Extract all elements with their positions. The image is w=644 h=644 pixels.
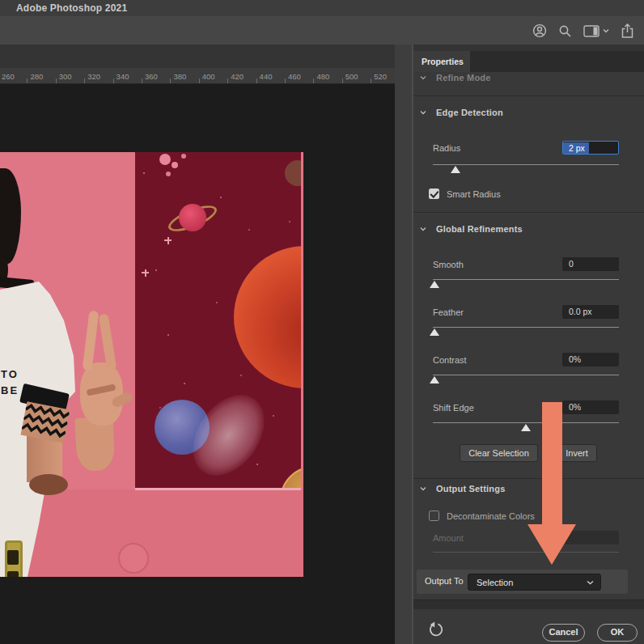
ruler-tick-mark [142, 78, 142, 83]
radius-value-field[interactable]: 2 px [562, 141, 619, 155]
radius-slider-thumb[interactable] [451, 166, 460, 173]
ruler-tick-label: 500 [345, 72, 358, 81]
ruler-tick-mark [84, 78, 85, 83]
output-to-row: Output To Selection [417, 570, 628, 594]
section-refine-mode[interactable]: Refine Mode [420, 73, 491, 83]
smart-radius-checkbox[interactable] [429, 189, 439, 199]
smooth-slider-track[interactable] [433, 279, 619, 280]
title-bar: Adobe Photoshop 2021 [0, 0, 644, 16]
chevron-down-icon [603, 28, 609, 33]
ruler-tick-label: 340 [117, 72, 129, 81]
panel-gutter [395, 44, 413, 644]
smooth-label: Smooth [433, 260, 464, 269]
chevron-down-icon [420, 74, 426, 81]
invert-button[interactable]: Invert [557, 444, 597, 462]
poster-gold-planet [280, 466, 301, 489]
ruler-tick-label: 460 [288, 72, 301, 81]
section-label: Refine Mode [436, 73, 491, 83]
section-label: Edge Detection [436, 108, 503, 117]
poster-star-cluster [166, 172, 171, 176]
poster-sparkle [164, 239, 172, 241]
poster-bottom-edge [135, 488, 301, 490]
ruler-tick-mark [27, 78, 28, 83]
radius-label: Radius [433, 143, 460, 153]
reset-icon[interactable] [427, 621, 444, 642]
ok-button[interactable]: OK [597, 624, 638, 642]
ruler-tick-mark [170, 78, 171, 83]
workspace-switcher-icon[interactable] [583, 25, 609, 37]
annotation-arrow-head [527, 524, 576, 565]
top-toolbar-icons [532, 22, 634, 40]
contrast-label: Contrast [433, 355, 467, 365]
contrast-slider-thumb[interactable] [430, 376, 439, 383]
clear-selection-button[interactable]: Clear Selection [460, 444, 538, 462]
shirt-graphic-detail [7, 550, 19, 565]
ruler-tick-label: 360 [145, 72, 158, 81]
section-edge-detection[interactable]: Edge Detection [420, 108, 503, 117]
ruler-tick-mark [256, 78, 257, 83]
smooth-value-field[interactable]: 0 [562, 257, 619, 271]
panel-tab-strip: Properties [413, 51, 644, 72]
section-label: Output Settings [436, 484, 506, 494]
share-icon[interactable] [621, 23, 634, 39]
radius-slider-track[interactable] [433, 164, 619, 165]
feather-slider-thumb[interactable] [430, 328, 439, 336]
space-poster [135, 152, 301, 489]
divider [413, 212, 644, 213]
shift-edge-slider-track[interactable] [433, 422, 619, 423]
photo-image: TO BE [0, 152, 303, 577]
app-title: Adobe Photoshop 2021 [16, 2, 127, 14]
section-global-refinements[interactable]: Global Refinements [420, 224, 523, 234]
shift-edge-slider-thumb[interactable] [521, 424, 531, 431]
account-icon[interactable] [532, 23, 547, 38]
ruler-tick-label: 280 [30, 72, 43, 81]
tab-properties[interactable]: Properties [413, 51, 470, 72]
output-to-label: Output To [425, 576, 464, 586]
poster-saturn-planet [179, 204, 206, 231]
person-hair [0, 168, 21, 264]
ruler-tick-mark [227, 78, 228, 83]
decontaminate-colors-checkbox[interactable] [429, 511, 439, 521]
annotation-arrow-shaft [542, 402, 562, 525]
poster-sparkle [142, 272, 149, 273]
contrast-value-field[interactable]: 0% [562, 353, 619, 366]
poster-small-planet [285, 160, 301, 186]
ruler-tick-mark [371, 78, 371, 83]
poster-stars [143, 172, 145, 174]
amount-label: Amount [433, 533, 464, 543]
contrast-slider-track[interactable] [433, 375, 619, 375]
ruler-tick-label: 300 [59, 72, 72, 81]
ruler-tick-mark [342, 78, 343, 83]
document-canvas[interactable]: TO BE [0, 84, 395, 644]
footer-divider [413, 600, 644, 609]
ruler-tick-label: 480 [316, 72, 329, 81]
ruler-tick-mark [113, 78, 114, 83]
ruler-tick-mark [199, 78, 200, 83]
amount-slider-track [433, 552, 619, 553]
section-output-settings[interactable]: Output Settings [420, 484, 506, 494]
horizontal-ruler: 2602803003203403603804004204404604805005… [0, 68, 395, 84]
ruler-tick-label: 320 [87, 72, 100, 81]
chevron-down-icon [587, 580, 594, 585]
shirt-text: TO [1, 368, 19, 380]
chevron-down-icon [420, 226, 426, 232]
chevron-down-icon [420, 485, 426, 492]
smooth-slider-thumb[interactable] [430, 281, 439, 288]
search-icon[interactable] [558, 24, 572, 38]
poster-star-cluster [181, 154, 186, 159]
output-to-selected-value: Selection [477, 578, 513, 587]
photo-plate-shape [118, 543, 149, 574]
cancel-button[interactable]: Cancel [542, 624, 585, 642]
shirt-text: BE [1, 384, 19, 396]
shift-edge-label: Shift Edge [433, 403, 474, 413]
person-elbow [29, 474, 68, 495]
ruler-tick-label: 260 [2, 72, 15, 81]
shift-edge-value-field[interactable]: 0% [562, 400, 619, 414]
output-to-dropdown[interactable]: Selection [468, 574, 601, 591]
feather-value-field[interactable]: 0.0 px [562, 305, 619, 319]
person-hand [80, 362, 123, 426]
ruler-tick-label: 420 [231, 72, 244, 81]
feather-slider-track[interactable] [433, 327, 619, 328]
poster-star-cluster [159, 154, 171, 165]
divider [413, 95, 644, 96]
